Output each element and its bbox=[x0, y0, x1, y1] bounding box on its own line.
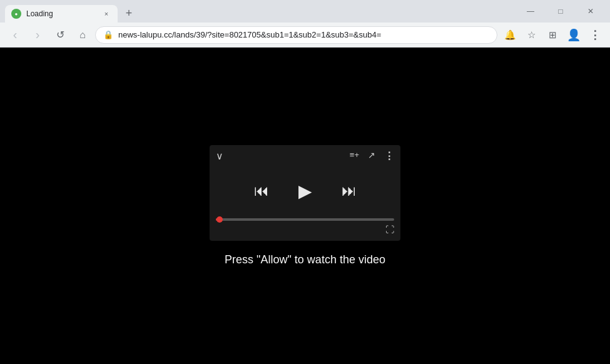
forward-button[interactable]: › bbox=[28, 25, 48, 45]
profile-button[interactable]: 👤 bbox=[564, 25, 584, 45]
share-icon[interactable]: ↗ bbox=[368, 150, 375, 162]
extensions-button[interactable]: ⊞ bbox=[542, 25, 562, 45]
titlebar: ● Loading × + — □ ✕ bbox=[0, 0, 610, 23]
address-bar[interactable]: 🔒 news-lalupu.cc/lands/39/?site=8021705&… bbox=[95, 26, 497, 44]
mute-button[interactable]: 🔔 bbox=[500, 25, 520, 45]
tab-title: Loading bbox=[26, 9, 96, 18]
player-bottom-controls: ⛶ bbox=[216, 225, 394, 235]
play-button[interactable]: ▶ bbox=[294, 179, 317, 202]
maximize-button[interactable]: □ bbox=[546, 3, 575, 20]
next-track-button[interactable]: ⏭ bbox=[342, 182, 357, 200]
page-content: ∨ ≡+ ↗ ⋮ ⏮ ▶ ⏭ ⛶ Press "Allow" to wat bbox=[0, 48, 610, 364]
active-tab[interactable]: ● Loading × bbox=[5, 5, 118, 23]
player-main: ⏮ ▶ ⏭ bbox=[210, 167, 400, 215]
reload-button[interactable]: ↺ bbox=[50, 25, 70, 45]
progress-bar[interactable] bbox=[216, 218, 394, 221]
back-button[interactable]: ‹ bbox=[5, 25, 25, 45]
profile-icon: 👤 bbox=[567, 28, 581, 42]
player-top-right: ≡+ ↗ ⋮ bbox=[350, 150, 394, 162]
tab-strip: ● Loading × + bbox=[5, 0, 511, 23]
player-top-left: ∨ bbox=[216, 150, 223, 162]
window-controls: — □ ✕ bbox=[516, 3, 605, 20]
player-bottom: ⛶ bbox=[210, 215, 400, 241]
menu-icon: ⋮ bbox=[589, 28, 601, 42]
caption-text: Press "Allow" to watch the video bbox=[225, 253, 385, 266]
player-top-bar: ∨ ≡+ ↗ ⋮ bbox=[210, 145, 400, 167]
bookmark-icon: ☆ bbox=[527, 29, 536, 41]
minimize-button[interactable]: — bbox=[516, 3, 545, 20]
menu-button[interactable]: ⋮ bbox=[585, 25, 605, 45]
progress-thumb bbox=[216, 216, 223, 223]
address-text: news-lalupu.cc/lands/39/?site=8021705&su… bbox=[118, 30, 489, 39]
add-to-queue-icon[interactable]: ≡+ bbox=[350, 150, 359, 162]
new-tab-button[interactable]: + bbox=[120, 4, 138, 22]
previous-track-button[interactable]: ⏮ bbox=[254, 182, 269, 200]
lock-icon: 🔒 bbox=[103, 30, 113, 39]
bookmark-button[interactable]: ☆ bbox=[521, 25, 541, 45]
toolbar: ‹ › ↺ ⌂ 🔒 news-lalupu.cc/lands/39/?site=… bbox=[0, 23, 610, 48]
tab-favicon: ● bbox=[11, 9, 21, 19]
window-close-button[interactable]: ✕ bbox=[576, 3, 605, 20]
extensions-icon: ⊞ bbox=[549, 29, 557, 41]
fullscreen-icon[interactable]: ⛶ bbox=[385, 225, 394, 235]
toolbar-actions: 🔔 ☆ ⊞ 👤 ⋮ bbox=[500, 25, 605, 45]
chevron-down-icon[interactable]: ∨ bbox=[216, 150, 223, 162]
more-options-icon[interactable]: ⋮ bbox=[384, 150, 394, 162]
mute-icon: 🔔 bbox=[504, 29, 516, 41]
tab-close-button[interactable]: × bbox=[101, 9, 111, 19]
video-player: ∨ ≡+ ↗ ⋮ ⏮ ▶ ⏭ ⛶ bbox=[210, 145, 400, 241]
home-button[interactable]: ⌂ bbox=[73, 25, 93, 45]
